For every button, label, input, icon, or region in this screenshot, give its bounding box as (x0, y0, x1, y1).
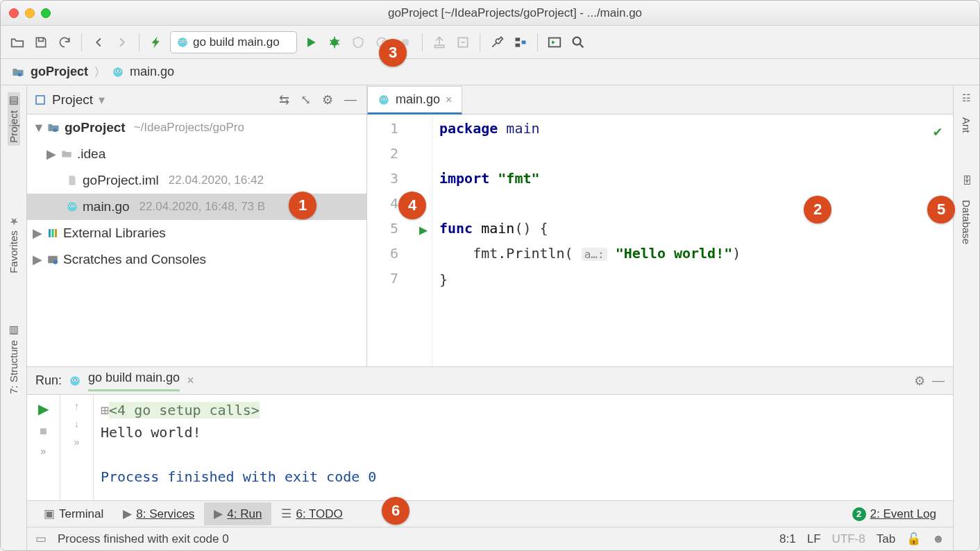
event-log-tab[interactable]: 22: Event Log (843, 503, 946, 525)
services-icon: ▶ (123, 507, 132, 521)
hide-panel-icon[interactable]: — (932, 373, 945, 388)
tree-root[interactable]: ▼ goProject ~/IdeaProjects/goPro (27, 115, 366, 141)
database-tool-tab[interactable]: Database (961, 200, 972, 244)
favorites-tool-tab[interactable]: Favorites ★ (8, 212, 20, 276)
vcs-commit-icon[interactable] (453, 33, 473, 52)
svg-point-32 (53, 260, 58, 264)
down-icon[interactable]: ↓ (74, 418, 79, 430)
project-tool-tab[interactable]: Project ▤ (8, 92, 20, 146)
project-tree[interactable]: ▼ goProject ~/IdeaProjects/goPro ▶ .idea… (27, 115, 366, 366)
editor-tab-main-go[interactable]: main.go × (367, 86, 462, 115)
expand-icon[interactable]: ⊞ (101, 402, 109, 418)
maximize-window-button[interactable] (41, 8, 51, 18)
close-run-tab-icon[interactable]: × (187, 373, 194, 388)
svg-rect-22 (53, 129, 57, 132)
inspection-ok-icon[interactable]: ✔ (933, 119, 942, 144)
settings-gear-icon[interactable]: ⚙ (914, 373, 925, 389)
close-tab-icon[interactable]: × (446, 94, 452, 106)
run-tab[interactable]: ▶4: Run (204, 502, 271, 525)
run-config-selector[interactable]: go build main.go (170, 31, 297, 53)
rerun-icon[interactable]: ▶ (38, 400, 49, 417)
run-anything-icon[interactable] (545, 33, 564, 52)
run-output[interactable]: ⊞<4 go setup calls> Hello world! Process… (94, 395, 953, 500)
callout-6: 6 (382, 497, 409, 525)
code-area[interactable]: package main import "fmt" func main() { … (432, 115, 953, 366)
debug-icon[interactable] (325, 33, 344, 52)
stop-icon[interactable]: ■ (40, 424, 47, 439)
editor-gutter[interactable]: 1 2 3 4 5 6 7 ▶ (367, 115, 432, 366)
inspection-hector-icon[interactable]: ☻ (932, 532, 945, 546)
services-tab[interactable]: ▶8: Services (113, 502, 204, 525)
parameter-hint: a…: (582, 248, 607, 261)
run-icon: ▶ (214, 507, 223, 521)
svg-rect-15 (18, 73, 22, 76)
todo-icon: ☰ (281, 507, 292, 521)
tree-external-libs[interactable]: ▶ External Libraries (27, 220, 366, 246)
back-icon[interactable] (89, 33, 108, 52)
scroll-from-source-icon[interactable]: ⇆ (276, 92, 292, 108)
chevron-right-icon[interactable]: ▶ (47, 146, 56, 162)
code-editor[interactable]: 1 2 3 4 5 6 7 ▶ package main import "fmt… (367, 115, 953, 366)
minimize-window-button[interactable] (25, 8, 35, 18)
forward-icon[interactable] (112, 33, 132, 52)
main-toolbar: go build main.go (1, 26, 979, 59)
svg-point-26 (70, 205, 71, 207)
tree-root-path: ~/IdeaProjects/goPro (134, 121, 244, 135)
open-icon[interactable] (8, 33, 27, 52)
settings-wrench-icon[interactable] (487, 33, 507, 52)
editor-panel: main.go × 1 2 3 4 5 6 7 ▶ (367, 85, 953, 366)
structure-tool-tab[interactable]: 7: Structure ▥ (8, 322, 20, 397)
run-config-name[interactable]: go build main.go (88, 371, 180, 391)
search-everywhere-icon[interactable] (568, 33, 588, 52)
tool-windows-icon[interactable]: ▭ (35, 532, 47, 546)
run-icon[interactable] (301, 33, 321, 52)
more-icon[interactable]: » (74, 436, 80, 448)
tree-root-name: goProject (65, 120, 126, 135)
coverage-icon[interactable] (348, 33, 368, 52)
project-structure-icon[interactable] (511, 33, 530, 52)
callout-2: 2 (804, 196, 831, 223)
window-controls (9, 8, 51, 18)
chevron-right-icon[interactable]: ▶ (33, 226, 42, 241)
ant-tool-tab[interactable]: Ant (961, 117, 972, 133)
tree-file-iml[interactable]: goProject.iml 22.04.2020, 16:42 (27, 167, 366, 194)
settings-gear-icon[interactable]: ⚙ (319, 92, 336, 108)
close-window-button[interactable] (9, 8, 19, 18)
hide-panel-icon[interactable]: — (341, 92, 360, 107)
readonly-lock-icon[interactable]: 🔓 (906, 532, 921, 546)
svg-point-37 (385, 98, 387, 99)
cursor-position[interactable]: 8:1 (779, 532, 796, 546)
breadcrumb-file[interactable]: main.go (130, 65, 174, 79)
run-panel-header: Run: go build main.go × ⚙ — (27, 367, 953, 395)
save-all-icon[interactable] (31, 33, 51, 52)
svg-point-27 (74, 205, 75, 207)
scratches-icon (47, 253, 59, 266)
file-encoding[interactable]: UTF-8 (832, 532, 865, 546)
chevron-right-icon[interactable]: ▶ (33, 252, 42, 267)
folder-icon (11, 65, 25, 79)
gopher-icon (69, 375, 81, 387)
build-icon[interactable] (146, 33, 166, 52)
gutter-run-icon[interactable]: ▶ (419, 217, 428, 242)
todo-tab[interactable]: ☰6: TODO (271, 502, 352, 525)
status-bar: ▭ Process finished with exit code 0 8:1 … (27, 527, 953, 550)
refresh-icon[interactable] (55, 33, 74, 52)
tree-scratches[interactable]: ▶ Scratches and Consoles (27, 246, 366, 273)
line-separator[interactable]: LF (807, 532, 821, 546)
svg-rect-11 (515, 43, 520, 46)
status-message: Process finished with exit code 0 (58, 532, 229, 546)
dropdown-icon[interactable]: ▾ (99, 92, 105, 108)
breadcrumb-project[interactable]: goProject (31, 65, 88, 79)
vcs-update-icon[interactable] (430, 33, 449, 52)
terminal-tab[interactable]: ▣Terminal (34, 502, 113, 525)
run-panel-title: Run: (35, 373, 62, 388)
tree-folder-idea[interactable]: ▶ .idea (27, 141, 366, 167)
chevron-down-icon[interactable]: ▼ (33, 121, 42, 135)
run-controls-primary: ▶ ■ » (27, 395, 60, 500)
collapse-all-icon[interactable]: ⤡ (298, 92, 314, 108)
more-icon[interactable]: » (41, 446, 47, 457)
indent-setting[interactable]: Tab (877, 532, 895, 546)
up-icon[interactable]: ↑ (74, 400, 79, 412)
svg-point-38 (70, 376, 80, 386)
gopher-icon (112, 66, 124, 78)
